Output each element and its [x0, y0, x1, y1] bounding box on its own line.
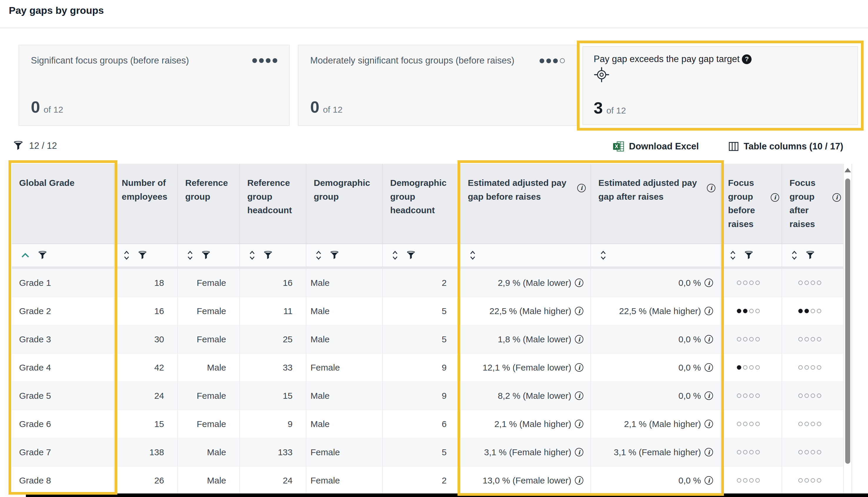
table-row-grade-7[interactable]: Grade 7138Male133Female53,1 % (Female hi…	[12, 438, 843, 466]
table-row-grade-2[interactable]: Grade 216Female11Male522,5 % (Male highe…	[12, 297, 843, 325]
focus-level-dot	[798, 309, 803, 313]
column-header-reference-group-headcount[interactable]: Reference group headcount	[240, 164, 306, 243]
employees-cell: 15	[114, 410, 178, 438]
cell-value: Male	[207, 447, 226, 457]
sort-toggle-icon[interactable]	[469, 250, 476, 260]
table-columns-label: Table columns (10 / 17)	[743, 141, 843, 152]
card-title: Pay gap exceeds the pay gap target ?	[594, 54, 752, 65]
filter-icon[interactable]	[138, 251, 147, 260]
column-header-label: Reference group	[185, 176, 235, 203]
scrollbar-up-arrow-icon[interactable]	[844, 168, 851, 172]
sort-toggle-icon[interactable]	[187, 250, 193, 260]
info-icon[interactable]: i	[575, 279, 583, 287]
focus-level-dot	[743, 309, 748, 313]
info-icon[interactable]: i	[705, 307, 713, 315]
reference-headcount-cell: 11	[240, 297, 306, 325]
filter-icon[interactable]	[407, 251, 415, 260]
sort-filter-cell-focus-group-after-raises	[782, 244, 843, 267]
info-icon[interactable]: i	[705, 476, 713, 485]
focus-level-dot	[743, 478, 748, 483]
sort-toggle-icon[interactable]	[123, 250, 130, 260]
sort-toggle-icon[interactable]	[315, 250, 322, 260]
sort-toggle-icon[interactable]	[729, 250, 736, 260]
employees-cell: 138	[114, 438, 178, 466]
column-header-global-grade[interactable]: Global Grade	[12, 164, 114, 243]
info-icon[interactable]: i	[707, 184, 715, 192]
sort-toggle-icon[interactable]	[791, 250, 798, 260]
focus-level-dot	[755, 478, 760, 483]
title-divider	[0, 28, 868, 28]
focus-level-dot	[743, 394, 748, 398]
info-icon[interactable]: i	[705, 363, 713, 372]
info-icon[interactable]: i	[833, 193, 841, 202]
table-row-grade-4[interactable]: Grade 442Male33Female912,1 % (Female low…	[12, 354, 843, 382]
cell-value: 9	[442, 391, 447, 401]
focus-level-dot	[805, 394, 809, 398]
reference-headcount-cell: 33	[240, 354, 306, 382]
column-header-demographic-group[interactable]: Demographic group	[306, 164, 383, 243]
info-icon[interactable]: i	[705, 279, 713, 287]
filter-icon[interactable]	[806, 251, 814, 260]
sort-toggle-icon[interactable]	[392, 250, 399, 260]
column-header-reference-group[interactable]: Reference group	[178, 164, 240, 243]
info-icon[interactable]: i	[771, 193, 779, 202]
info-icon[interactable]: i	[705, 420, 713, 428]
column-header-estimated-adjusted-pay-gap-after-raises[interactable]: Estimated adjusted pay gap after raisesi	[591, 164, 721, 243]
scrollbar-thumb[interactable]	[845, 179, 850, 464]
grade-cell: Grade 4	[12, 354, 114, 382]
focus-level-dot	[749, 337, 754, 341]
focus-level-dot	[749, 281, 754, 285]
download-excel-button[interactable]: X Download Excel	[613, 141, 699, 152]
help-icon[interactable]: ?	[742, 54, 752, 64]
info-icon[interactable]: i	[575, 307, 583, 315]
demographic-group-cell: Male	[306, 297, 383, 325]
filter-icon[interactable]	[744, 251, 753, 260]
filter-icon[interactable]	[330, 251, 339, 260]
focus-level-dot	[755, 422, 760, 426]
info-icon[interactable]: i	[705, 448, 713, 456]
vertical-scrollbar[interactable]	[843, 164, 852, 495]
demographic-group-cell: Male	[306, 410, 383, 438]
column-header-focus-group-after-raises[interactable]: Focus group after raisesi	[782, 164, 843, 243]
sort-filter-cell-number-of-employees	[114, 244, 178, 267]
filter-icon[interactable]	[202, 251, 210, 260]
sort-toggle-icon[interactable]	[249, 250, 256, 260]
table-row-grade-3[interactable]: Grade 330Female25Male51,8 % (Male lower)…	[12, 325, 843, 354]
filter-summary[interactable]: 12 / 12	[13, 141, 57, 151]
pay-gaps-page: Pay gaps by groups Significant focus gro…	[0, 0, 868, 497]
cell-value: Grade 4	[19, 363, 51, 373]
focus-level-dot	[737, 337, 741, 341]
column-header-focus-group-before-raises[interactable]: Focus group before raisesi	[721, 164, 782, 243]
pay-gap-after-cell: 0,0 %i	[591, 269, 721, 297]
info-icon[interactable]: i	[575, 420, 583, 428]
cell-value: Male	[310, 419, 330, 429]
sort-toggle-icon[interactable]	[600, 250, 607, 260]
info-icon[interactable]: i	[577, 184, 586, 192]
info-icon[interactable]: i	[575, 476, 583, 485]
grade-cell: Grade 8	[12, 466, 114, 495]
cell-value: 5	[442, 306, 447, 316]
focus-level-dot	[755, 394, 760, 398]
focus-group-after-cell	[782, 382, 843, 410]
info-icon[interactable]: i	[705, 392, 713, 400]
table-row-grade-6[interactable]: Grade 615Female9Male62,1 % (Male higher)…	[12, 410, 843, 438]
info-icon[interactable]: i	[575, 363, 583, 372]
info-icon[interactable]: i	[575, 448, 583, 456]
info-icon[interactable]: i	[575, 335, 583, 343]
filter-icon[interactable]	[264, 251, 272, 260]
column-header-number-of-employees[interactable]: Number of employees	[114, 164, 178, 243]
table-row-grade-5[interactable]: Grade 524Female15Male98,2 % (Male lower)…	[12, 382, 843, 410]
column-header-demographic-group-headcount[interactable]: Demographic group headcount	[383, 164, 461, 243]
table-row-grade-1[interactable]: Grade 118Female16Male22,9 % (Male lower)…	[12, 269, 843, 297]
cell-value: 0,0 %	[678, 278, 701, 288]
table-row-grade-8[interactable]: Grade 826Male24Female213,0 % (Female low…	[12, 466, 843, 495]
cell-value: Female	[197, 391, 226, 401]
info-icon[interactable]: i	[575, 392, 583, 400]
cell-value: Male	[310, 306, 330, 316]
info-icon[interactable]: i	[705, 335, 713, 343]
filter-icon[interactable]	[38, 251, 47, 260]
column-header-estimated-adjusted-pay-gap-before-raises[interactable]: Estimated adjusted pay gap before raises…	[461, 164, 591, 243]
sort-ascending-icon[interactable]	[20, 252, 30, 258]
card-value-suffix: of 12	[44, 105, 63, 115]
table-columns-button[interactable]: Table columns (10 / 17)	[728, 141, 843, 152]
